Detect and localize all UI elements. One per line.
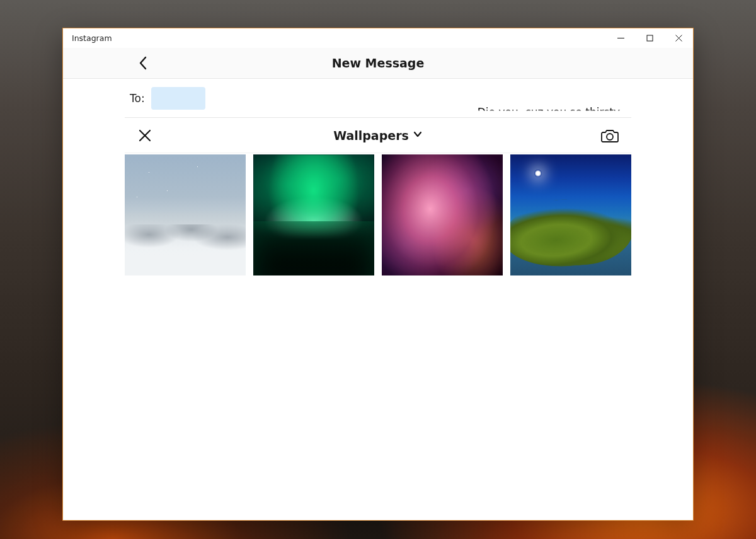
page-title: New Message bbox=[63, 56, 693, 70]
recipient-row: To: Die you, cuz you so thirsty bbox=[125, 79, 631, 118]
camera-icon bbox=[601, 128, 619, 143]
album-picker-bar: Wallpapers bbox=[125, 118, 631, 153]
window-controls bbox=[606, 28, 693, 48]
maximize-icon bbox=[646, 35, 653, 42]
app-window: Instagram New Message bbox=[62, 28, 694, 521]
minimize-icon bbox=[617, 35, 624, 42]
close-window-button[interactable] bbox=[664, 28, 693, 48]
close-icon bbox=[675, 35, 682, 42]
desktop-background: Instagram New Message bbox=[0, 0, 756, 539]
chevron-left-icon bbox=[139, 56, 147, 70]
page-header: New Message bbox=[63, 48, 693, 79]
to-label: To: bbox=[130, 92, 145, 105]
thumbnail[interactable] bbox=[510, 154, 631, 275]
content-column: To: Die you, cuz you so thirsty Wallpape… bbox=[125, 79, 631, 520]
minimize-button[interactable] bbox=[606, 28, 635, 48]
svg-rect-1 bbox=[647, 35, 653, 41]
thumbnail[interactable] bbox=[125, 154, 246, 275]
maximize-button[interactable] bbox=[635, 28, 664, 48]
titlebar-title: Instagram bbox=[63, 33, 112, 43]
camera-button[interactable] bbox=[597, 123, 622, 148]
chevron-down-icon bbox=[413, 129, 423, 142]
thumbnail[interactable] bbox=[382, 154, 503, 275]
suggestion-text: Die you, cuz you so thirsty bbox=[478, 106, 620, 119]
album-name: Wallpapers bbox=[333, 129, 409, 142]
thumbnail[interactable] bbox=[253, 154, 374, 275]
titlebar[interactable]: Instagram bbox=[63, 28, 693, 48]
recipient-chip[interactable] bbox=[151, 87, 205, 110]
thumbnail-grid bbox=[125, 153, 631, 275]
close-icon bbox=[138, 129, 152, 142]
close-picker-button[interactable] bbox=[132, 123, 158, 148]
album-select[interactable]: Wallpapers bbox=[125, 129, 631, 142]
empty-area bbox=[125, 275, 631, 520]
back-button[interactable] bbox=[134, 48, 152, 78]
svg-point-6 bbox=[607, 134, 613, 140]
